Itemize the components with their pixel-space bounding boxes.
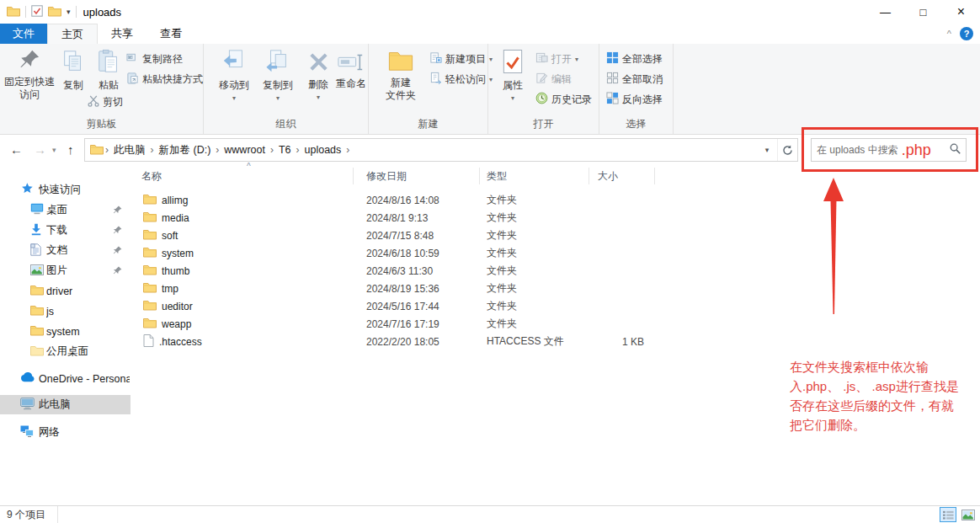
- ribbon-group-select: 全部选择 全部取消 反向选择 选择: [599, 44, 674, 134]
- sidebar-item-quick-access[interactable]: 快速访问: [0, 180, 130, 200]
- tab-share[interactable]: 共享: [98, 24, 146, 44]
- close-button[interactable]: ×: [942, 0, 980, 24]
- delete-button[interactable]: 删除 ▾: [301, 47, 335, 104]
- sidebar-item-documents[interactable]: 文档: [0, 241, 130, 260]
- address-dropdown-icon[interactable]: ▾: [757, 139, 777, 161]
- copy-to-button[interactable]: 复制到 ▾: [258, 45, 298, 104]
- forward-button[interactable]: →: [34, 142, 46, 157]
- column-header-date[interactable]: 修改日期: [354, 168, 480, 184]
- navigation-pane: 快速访问 桌面 下载 文档 图片 driver js: [0, 165, 130, 505]
- qat-dropdown-icon[interactable]: ▾: [67, 8, 71, 16]
- pin-to-quick-access-button[interactable]: 固定到快速访问: [4, 45, 55, 101]
- table-row[interactable]: tmp 2024/8/19 15:36 文件夹: [130, 280, 980, 297]
- sidebar-item-onedrive[interactable]: OneDrive - Persona: [0, 369, 130, 388]
- new-folder-button[interactable]: 新建 文件夹: [379, 45, 423, 102]
- address-row: ← → ▾ ↑ › 此电脑 › 新加卷 (D:) › wwwroot › T6 …: [0, 136, 980, 165]
- folder-icon: [143, 211, 157, 225]
- quick-access-star-icon: [20, 182, 34, 198]
- table-row[interactable]: soft 2024/7/15 8:48 文件夹: [130, 227, 980, 244]
- move-to-button[interactable]: 移动到 ▾: [214, 45, 254, 104]
- open-icon: [535, 51, 548, 67]
- breadcrumb-drive-d[interactable]: 新加卷 (D:): [156, 143, 215, 157]
- table-row[interactable]: thumb 2024/6/3 11:30 文件夹: [130, 262, 980, 280]
- sidebar-item-downloads[interactable]: 下载: [0, 221, 130, 240]
- new-folder-qat-icon[interactable]: [48, 5, 61, 19]
- ribbon-group-new: 新建 文件夹 新建项目 ▾ 轻松访问 ▾ 新建: [369, 44, 488, 134]
- history-button[interactable]: 历史记录: [535, 92, 592, 107]
- table-row[interactable]: media 2024/8/1 9:13 文件夹: [130, 209, 980, 227]
- new-folder-icon: [388, 49, 413, 75]
- table-row[interactable]: ueditor 2024/5/16 17:44 文件夹: [130, 297, 980, 315]
- back-button[interactable]: ←: [10, 142, 23, 157]
- sidebar-item-public-desktop[interactable]: 公用桌面: [0, 342, 130, 361]
- delete-x-icon: [307, 51, 330, 77]
- sidebar-item-system[interactable]: system: [0, 322, 130, 341]
- pin-icon: [113, 226, 122, 237]
- properties-icon: [502, 49, 524, 77]
- table-row[interactable]: .htaccess 2022/2/20 18:05 HTACCESS 文件 1 …: [130, 333, 980, 350]
- search-icon[interactable]: [950, 143, 961, 157]
- computer-icon: [20, 398, 35, 413]
- sidebar-item-desktop[interactable]: 桌面: [0, 200, 130, 220]
- annotation-note: 在文件夹搜索框中依次输 入.php、 .js、 .asp进行查找是 否存在这些后…: [790, 357, 980, 435]
- properties-button[interactable]: 属性 ▾: [497, 45, 529, 104]
- easy-access-button[interactable]: 轻松访问 ▾: [429, 72, 493, 87]
- tab-file[interactable]: 文件: [0, 24, 47, 44]
- sidebar-item-js[interactable]: js: [0, 302, 130, 321]
- folder-icon: [143, 246, 157, 260]
- collapse-ribbon-icon[interactable]: ^: [947, 29, 951, 39]
- file-icon: [143, 334, 154, 350]
- tab-home[interactable]: 主页: [47, 24, 98, 44]
- new-item-button[interactable]: 新建项目 ▾: [429, 51, 493, 67]
- minimize-button[interactable]: —: [866, 0, 904, 24]
- breadcrumb-wwwroot[interactable]: wwwroot: [221, 144, 269, 156]
- pin-icon: [113, 205, 122, 217]
- column-header-size[interactable]: 大小: [589, 168, 655, 184]
- invert-selection-button[interactable]: 反向选择: [606, 92, 663, 107]
- sidebar-item-driver[interactable]: driver: [0, 281, 130, 301]
- paste-shortcut-icon: [126, 72, 139, 87]
- easy-access-icon: [429, 72, 442, 87]
- title-bar: ▾ uploads — □ ×: [0, 0, 980, 24]
- rename-button[interactable]: 重命名: [332, 49, 370, 90]
- cut-button[interactable]: 剪切: [88, 95, 123, 109]
- paste-shortcut-button[interactable]: 粘贴快捷方式: [126, 72, 203, 87]
- up-button[interactable]: ↑: [67, 142, 74, 157]
- recent-locations-dropdown-icon[interactable]: ▾: [52, 146, 56, 154]
- select-all-button[interactable]: 全部选择: [606, 51, 663, 67]
- paste-button[interactable]: 粘贴: [91, 45, 126, 92]
- breadcrumb-uploads[interactable]: uploads: [301, 144, 345, 156]
- table-row[interactable]: allimg 2024/8/16 14:08 文件夹: [130, 191, 980, 209]
- help-icon[interactable]: ?: [960, 27, 973, 40]
- edit-button[interactable]: 编辑: [535, 72, 572, 87]
- breadcrumb-this-pc[interactable]: 此电脑: [110, 143, 149, 157]
- table-row[interactable]: weapp 2024/7/16 17:19 文件夹: [130, 315, 980, 333]
- sidebar-item-this-pc[interactable]: 此电脑: [0, 395, 130, 414]
- copy-path-button[interactable]: 复制路径: [126, 51, 183, 67]
- file-rows: allimg 2024/8/16 14:08 文件夹 media 2024/8/…: [130, 191, 980, 350]
- column-header-name[interactable]: 名称: [130, 168, 354, 184]
- search-input[interactable]: 在 uploads 中搜索 .php: [811, 138, 967, 162]
- open-button[interactable]: 打开 ▾: [535, 51, 578, 67]
- thumbnails-view-button[interactable]: [960, 507, 977, 522]
- refresh-icon[interactable]: [777, 139, 797, 161]
- properties-check-icon[interactable]: [31, 5, 43, 19]
- column-header-type[interactable]: 类型: [480, 168, 589, 184]
- select-none-button[interactable]: 全部取消: [606, 72, 663, 87]
- ribbon-tab-row: 文件 主页 共享 查看: [0, 24, 980, 44]
- ribbon-group-organize: 移动到 ▾ 复制到 ▾ 删除 ▾ 重命名 组织: [204, 44, 369, 134]
- copy-button[interactable]: 复制: [56, 45, 91, 92]
- download-icon: [30, 223, 42, 238]
- tab-view[interactable]: 查看: [146, 24, 195, 44]
- maximize-button[interactable]: □: [904, 0, 942, 24]
- breadcrumb: › 此电脑 › 新加卷 (D:) › wwwroot › T6 › upload…: [85, 143, 757, 157]
- dropdown-icon: ▾: [575, 56, 578, 63]
- address-bar[interactable]: › 此电脑 › 新加卷 (D:) › wwwroot › T6 › upload…: [84, 138, 798, 162]
- breadcrumb-t6[interactable]: T6: [275, 144, 295, 156]
- table-row[interactable]: system 2024/6/18 10:59 文件夹: [130, 244, 980, 262]
- details-view-button[interactable]: [940, 507, 956, 522]
- search-placeholder: 在 uploads 中搜索: [817, 143, 898, 157]
- pin-icon: [113, 246, 122, 258]
- sidebar-item-pictures[interactable]: 图片: [0, 261, 130, 280]
- sidebar-item-network[interactable]: 网络: [0, 423, 130, 442]
